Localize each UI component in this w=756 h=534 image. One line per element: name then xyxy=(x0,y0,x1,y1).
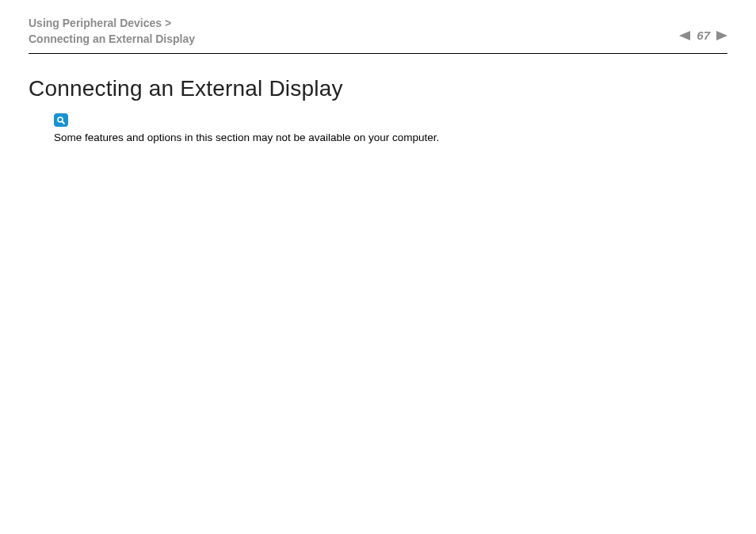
note-text: Some features and options in this sectio… xyxy=(54,130,727,146)
svg-line-3 xyxy=(62,121,64,124)
header-rule xyxy=(29,53,727,54)
page-number: 67 xyxy=(697,29,710,42)
triangle-left-icon xyxy=(679,31,690,40)
breadcrumb-parent[interactable]: Using Peripheral Devices xyxy=(29,17,162,29)
page-title: Connecting an External Display xyxy=(29,76,727,101)
triangle-right-icon xyxy=(716,31,727,40)
svg-marker-0 xyxy=(679,31,690,40)
next-page-button[interactable] xyxy=(716,31,727,40)
pager: 67 xyxy=(679,29,727,42)
breadcrumb: Using Peripheral Devices > Connecting an… xyxy=(29,16,195,47)
breadcrumb-current: Connecting an External Display xyxy=(29,32,195,45)
breadcrumb-separator: > xyxy=(165,17,171,29)
magnifier-icon xyxy=(54,113,68,127)
note-block: Some features and options in this sectio… xyxy=(54,113,727,147)
svg-marker-1 xyxy=(716,31,727,40)
page-header: Using Peripheral Devices > Connecting an… xyxy=(29,16,727,53)
prev-page-button[interactable] xyxy=(679,31,690,40)
